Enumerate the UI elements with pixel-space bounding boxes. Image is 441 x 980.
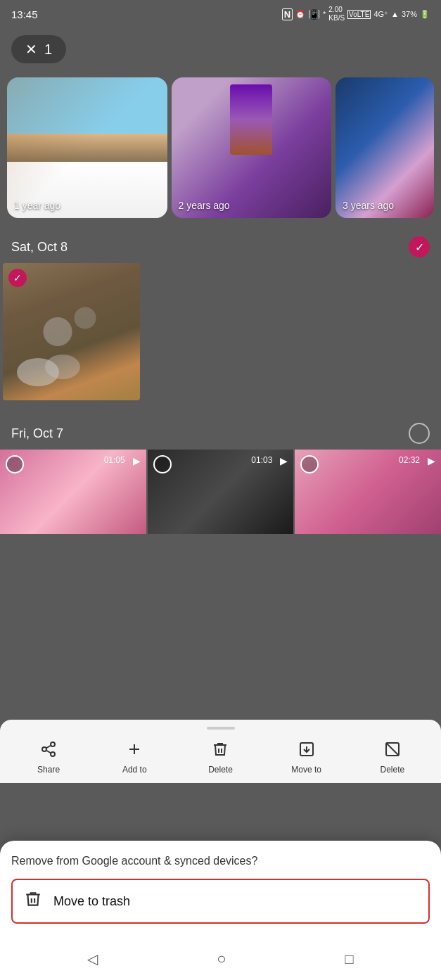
photo-select-cooking[interactable]: ✓ [8, 269, 27, 287]
check-icon: ✓ [415, 241, 424, 254]
action-bar: Share Add to Delete Mov [0, 720, 441, 783]
share-button[interactable]: Share [27, 738, 70, 777]
battery-icon: 🔋 [420, 10, 430, 19]
memory-thumb-2[interactable]: 2 years ago [172, 77, 332, 218]
add-icon [126, 741, 143, 762]
share-label: Share [37, 765, 60, 775]
svg-point-1 [42, 747, 46, 751]
video-row-fri-oct7: 01:05 ▶ 01:03 ▶ 02:32 ▶ [0, 450, 441, 534]
memory-thumb-3[interactable]: 3 years ago [335, 77, 434, 218]
volte-icon: VoLTE [347, 10, 371, 19]
video-duration-3: 02:32 [399, 455, 420, 465]
move-to-icon [298, 741, 315, 762]
data-speed: 2.00KB/S [328, 6, 345, 23]
delete2-label: Delete [381, 765, 405, 775]
vibrate-icon: 📳 [308, 8, 320, 20]
cooking-check-icon: ✓ [13, 272, 22, 284]
section-select-fri-oct7[interactable] [409, 423, 430, 444]
delete2-button[interactable]: Delete [371, 738, 414, 777]
close-selection-button[interactable]: ✕ 1 [11, 35, 66, 63]
action-bar-handle [207, 727, 235, 730]
add-to-label: Add to [122, 765, 147, 775]
move-to-label: Move to [291, 765, 321, 775]
svg-line-4 [46, 746, 51, 749]
home-button[interactable]: ○ [217, 950, 226, 968]
memory-label-2: 2 years ago [179, 200, 230, 211]
section-date-sat-oct8: Sat, Oct 8 [11, 240, 68, 255]
video-thumb-1[interactable]: 01:05 ▶ [0, 450, 146, 534]
play-icon-3: ▶ [428, 455, 435, 466]
memories-row: 1 year ago 2 years ago 3 years ago [0, 70, 441, 225]
signal-icon: ▲ [391, 10, 399, 18]
svg-line-3 [46, 751, 51, 753]
trash-dialog-icon [24, 890, 42, 912]
video-thumb-3[interactable]: 02:32 ▶ [295, 450, 441, 534]
section-select-sat-oct8[interactable]: ✓ [409, 236, 430, 257]
bluetooth-icon: * [323, 10, 326, 18]
n-icon: N [282, 8, 293, 20]
add-to-button[interactable]: Add to [113, 738, 155, 777]
video-duration-1: 01:05 [104, 455, 125, 465]
selection-count: 1 [44, 42, 52, 58]
move-to-trash-button[interactable]: Move to trash [11, 879, 430, 924]
photo-grid-sat-oct8: ✓ [0, 263, 441, 400]
video-thumb-2[interactable]: 01:03 ▶ [148, 450, 294, 534]
memory-thumb-1[interactable]: 1 year ago [7, 77, 167, 218]
play-icon-2: ▶ [280, 455, 288, 466]
section-header-sat-oct8: Sat, Oct 8 ✓ [0, 225, 441, 263]
status-time: 13:45 [11, 8, 38, 20]
recents-button[interactable]: □ [345, 951, 353, 967]
svg-point-2 [51, 752, 55, 756]
dialog-sheet: Remove from Google account & synced devi… [0, 841, 441, 938]
svg-line-10 [386, 743, 399, 756]
nav-bar: ◁ ○ □ [0, 938, 441, 980]
delete-button[interactable]: Delete [199, 738, 241, 777]
action-buttons: Share Add to Delete Mov [0, 738, 441, 783]
recents-icon: □ [345, 951, 353, 967]
delete-label: Delete [208, 765, 233, 775]
move-to-trash-label: Move to trash [53, 894, 130, 909]
status-bar: 13:45 N ⏰ 📳 * 2.00KB/S VoLTE 4G⁺ ▲ 37% 🔋 [0, 0, 441, 28]
memory-label-3: 3 years ago [343, 200, 394, 211]
network-icon: 4G⁺ [373, 10, 388, 19]
play-icon-1: ▶ [133, 455, 141, 466]
dialog-title: Remove from Google account & synced devi… [11, 855, 430, 867]
memory-label-1: 1 year ago [14, 200, 60, 211]
section-date-fri-oct7: Fri, Oct 7 [11, 426, 63, 441]
alarm-icon: ⏰ [295, 10, 305, 19]
top-bar: ✕ 1 [0, 28, 441, 70]
close-icon: ✕ [25, 41, 37, 58]
back-icon: ◁ [87, 951, 98, 967]
video-select-1[interactable] [6, 455, 24, 473]
battery-percent: 37% [402, 10, 417, 18]
share-icon [40, 741, 57, 762]
video-select-3[interactable] [300, 455, 319, 473]
delete2-icon [384, 741, 401, 762]
delete-icon [212, 741, 229, 762]
move-to-button[interactable]: Move to [286, 738, 328, 777]
photo-item-cooking[interactable]: ✓ [3, 263, 140, 400]
home-icon: ○ [217, 950, 226, 967]
svg-point-0 [51, 742, 55, 746]
video-select-2[interactable] [153, 455, 172, 473]
status-icons: N ⏰ 📳 * 2.00KB/S VoLTE 4G⁺ ▲ 37% 🔋 [282, 6, 430, 23]
video-duration-2: 01:03 [251, 455, 272, 465]
section-header-fri-oct7: Fri, Oct 7 [0, 412, 441, 450]
back-button[interactable]: ◁ [87, 950, 98, 967]
